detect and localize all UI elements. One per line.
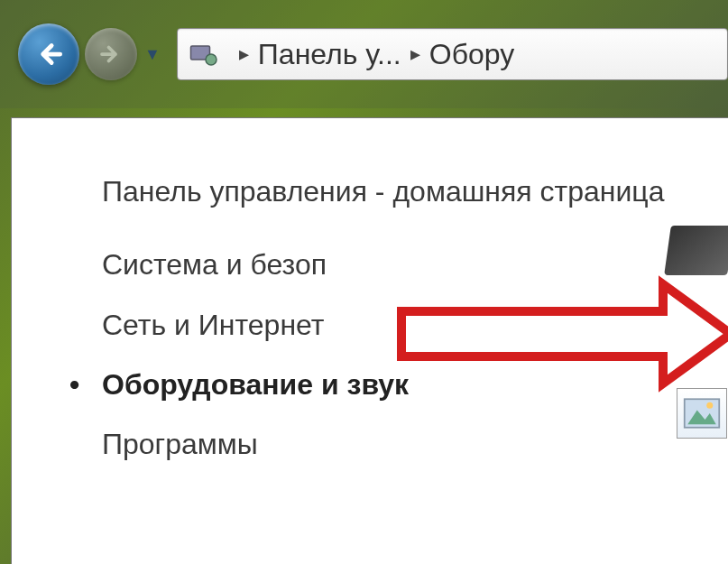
sidebar-item-network-internet[interactable]: Сеть и Интернет xyxy=(102,308,728,342)
sidebar-item-programs[interactable]: Программы xyxy=(102,427,728,461)
content-area: Панель управления - домашняя страница Си… xyxy=(11,117,728,564)
device-icon xyxy=(664,226,728,275)
history-dropdown[interactable]: ▼ xyxy=(144,45,161,64)
svg-point-4 xyxy=(706,402,713,409)
picture-icon xyxy=(677,388,727,439)
photo-icon xyxy=(683,397,721,430)
breadcrumb-separator: ▸ xyxy=(410,42,420,66)
sidebar-title: Панель управления - домашняя страница xyxy=(102,172,728,211)
breadcrumb-panel[interactable]: Панель у... xyxy=(258,38,401,71)
address-bar[interactable]: ▸ Панель у... ▸ Обору xyxy=(177,28,728,80)
sidebar-item-hardware-sound[interactable]: Оборудование и звук xyxy=(102,367,728,402)
back-button[interactable] xyxy=(18,23,79,85)
forward-button xyxy=(85,28,137,80)
control-panel-icon xyxy=(187,38,219,70)
arrow-right-icon xyxy=(97,41,124,68)
navigation-bar: ▼ ▸ Панель у... ▸ Обору xyxy=(0,0,728,108)
svg-point-1 xyxy=(206,54,217,65)
breadcrumb-separator: ▸ xyxy=(239,42,249,66)
breadcrumb-hardware[interactable]: Обору xyxy=(429,38,514,71)
arrow-left-icon xyxy=(32,37,66,71)
sidebar-item-system-security[interactable]: Система и безоп xyxy=(102,247,728,282)
